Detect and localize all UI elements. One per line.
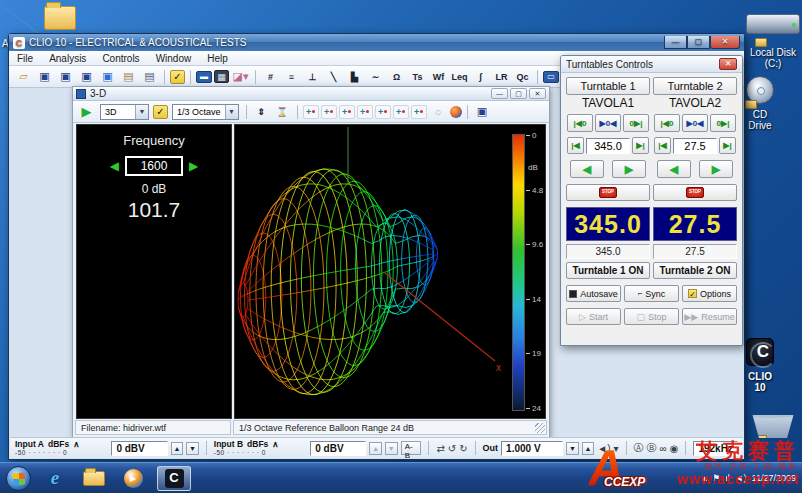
plot-maximize-button[interactable]: ▢: [510, 88, 527, 99]
output-level[interactable]: 1.000 V: [501, 441, 563, 456]
desktop-icon-recycle-bin[interactable]: Recycle Bin: [746, 412, 800, 438]
tt2-goto-zero-button[interactable]: |◀0: [654, 114, 680, 132]
view-right-icon[interactable]: +: [393, 105, 409, 119]
view-back-icon[interactable]: +: [357, 105, 373, 119]
background-folder-icon[interactable]: [44, 6, 76, 30]
tt1-zero-right-button[interactable]: 0▶|: [623, 114, 649, 132]
tt2-center-button[interactable]: ▶0◀: [682, 114, 708, 132]
swap-channels-icon[interactable]: ⇄: [436, 443, 444, 454]
tt2-step-back-button[interactable]: |◀: [654, 137, 671, 154]
scale-icon[interactable]: ⇕: [252, 103, 271, 120]
tt1-jog-right-button[interactable]: ▶: [612, 160, 646, 178]
loop-b-icon[interactable]: ↻: [459, 443, 467, 454]
sweep-icon[interactable]: ʃ: [471, 68, 490, 85]
close-button[interactable]: ✕: [710, 36, 740, 49]
mic-a-icon[interactable]: Ⓐ: [634, 441, 644, 455]
settings-check-icon[interactable]: ✓: [153, 105, 168, 119]
start-measurement-button[interactable]: ▶: [77, 103, 96, 120]
tt2-stop-button[interactable]: STOP: [653, 184, 737, 201]
loop-a-icon[interactable]: ↺: [448, 443, 456, 454]
link-icon[interactable]: ∞: [660, 443, 667, 454]
rotate-icon[interactable]: ○: [429, 103, 448, 120]
controls-icon[interactable]: ◉: [670, 443, 679, 454]
export-icon[interactable]: ▣: [98, 68, 117, 85]
view-bottom-icon[interactable]: +: [321, 105, 337, 119]
lr-icon[interactable]: LR: [492, 68, 511, 85]
snapshot-icon[interactable]: ▦: [214, 70, 229, 83]
fft-analysis-icon[interactable]: ≡: [282, 68, 301, 85]
start-button[interactable]: ▷Start: [566, 308, 621, 325]
sync-button[interactable]: ⌐Sync: [624, 285, 679, 302]
compress-icon[interactable]: ⌛: [273, 103, 292, 120]
autosave-button[interactable]: Autosave: [566, 285, 621, 302]
plot-toolbar-icon[interactable]: [467, 105, 468, 119]
save-session-icon[interactable]: ▤: [119, 68, 138, 85]
internet-explorer-icon[interactable]: e: [40, 466, 70, 490]
tt2-zero-right-button[interactable]: 0▶|: [710, 114, 736, 132]
desktop-icon-clio10[interactable]: C CLIO 10: [746, 338, 774, 366]
tt2-jog-right-button[interactable]: ▶: [699, 160, 733, 178]
impulse-icon[interactable]: ⊥: [303, 68, 322, 85]
decay-icon[interactable]: ╲: [324, 68, 343, 85]
view-front-icon[interactable]: +: [339, 105, 355, 119]
tt1-goto-zero-button[interactable]: |◀0: [567, 114, 593, 132]
frequency-up-button[interactable]: ▶: [189, 160, 198, 172]
input-b-sensitivity[interactable]: 0 dBV: [310, 441, 366, 456]
leq-icon[interactable]: Leq: [450, 68, 469, 85]
speaker-drop-icon[interactable]: ▾: [614, 443, 619, 454]
plot-titlebar[interactable]: 3-D — ▢ ✕: [73, 87, 549, 101]
toolbar-icon[interactable]: [190, 70, 191, 84]
save-icon[interactable]: ▣: [35, 68, 54, 85]
view-top-icon[interactable]: +: [303, 105, 319, 119]
monitor-icon[interactable]: ▭: [543, 71, 559, 83]
menu-item[interactable]: Analysis: [41, 52, 94, 65]
tt1-step-fwd-button[interactable]: ▶|: [632, 137, 649, 154]
open-icon[interactable]: ▱: [14, 68, 33, 85]
toolbar-icon[interactable]: [164, 70, 165, 84]
tt1-jog-left-button[interactable]: ◀: [570, 160, 604, 178]
tray-expand-icon[interactable]: ▴: [703, 473, 708, 483]
balloon-icon[interactable]: ●: [450, 106, 462, 118]
tt1-on-toggle[interactable]: Turntable 1 ON: [566, 262, 650, 279]
balloon-window-icon[interactable]: ▬: [196, 71, 212, 83]
sinusoidal-icon[interactable]: ∼: [366, 68, 385, 85]
tt2-jog-left-button[interactable]: ◀: [657, 160, 691, 178]
toolbar-icon[interactable]: [537, 70, 538, 84]
smoothing-select[interactable]: 1/3 Octave ▼: [172, 104, 239, 120]
tray-volume-icon[interactable]: ◄): [735, 473, 747, 483]
menu-item[interactable]: File: [9, 52, 41, 65]
menu-item[interactable]: Help: [199, 52, 236, 65]
tray-flag-icon[interactable]: ⚑: [712, 473, 720, 483]
wf-icon[interactable]: Wf: [429, 68, 448, 85]
view-left-icon[interactable]: +: [375, 105, 391, 119]
save-as-icon[interactable]: ▣: [77, 68, 96, 85]
resize-grip[interactable]: [535, 423, 545, 433]
ab-link-button[interactable]: A-B: [401, 441, 422, 455]
input-a-down-button[interactable]: ▼: [186, 442, 199, 455]
frequency-value[interactable]: 1600: [125, 156, 183, 176]
input-b-up-button[interactable]: ▲: [369, 442, 382, 455]
eraser-icon[interactable]: ◪▾: [231, 68, 250, 85]
dialog-titlebar[interactable]: Turntables Controls ✕: [561, 56, 742, 73]
resume-button[interactable]: ▶▶Resume: [682, 308, 737, 325]
options-button[interactable]: ✓Options: [682, 285, 737, 302]
mic-b-icon[interactable]: Ⓑ: [647, 441, 657, 455]
clio-taskbar-button[interactable]: C: [157, 466, 191, 491]
wow-flutter-icon[interactable]: Ω: [387, 68, 406, 85]
media-player-icon[interactable]: ▶: [118, 466, 148, 490]
tt1-step-back-button[interactable]: |◀: [567, 137, 584, 154]
speaker-icon[interactable]: ◄): [597, 443, 610, 454]
toolbar-icon[interactable]: [255, 70, 256, 84]
tray-network-icon[interactable]: ıl: [725, 473, 730, 483]
tt1-stop-button[interactable]: STOP: [566, 184, 650, 201]
input-b-down-button[interactable]: ▼: [385, 442, 398, 455]
menu-item[interactable]: Controls: [94, 52, 147, 65]
windows-explorer-icon[interactable]: [79, 466, 109, 490]
out-down-button[interactable]: ▼: [566, 442, 579, 455]
plot-close-button[interactable]: ✕: [529, 88, 546, 99]
tt2-on-toggle[interactable]: Turntable 2 ON: [653, 262, 737, 279]
turntable-1-header[interactable]: Turntable 1: [566, 77, 650, 95]
minimize-button[interactable]: —: [664, 36, 687, 49]
dialog-close-button[interactable]: ✕: [719, 58, 737, 70]
desktop-icon-cd-drive[interactable]: CD Drive: [746, 76, 774, 104]
